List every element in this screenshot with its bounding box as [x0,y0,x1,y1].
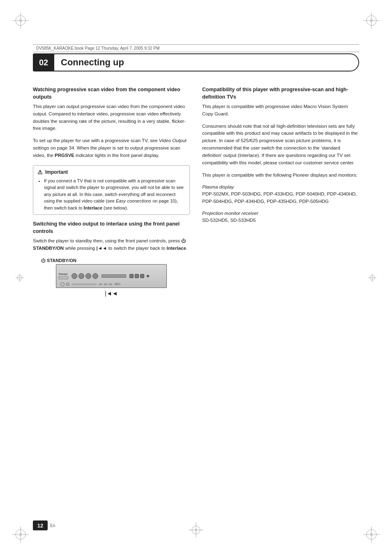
compat-para3: This player is compatible with the follo… [202,172,359,179]
arrow-below: |◄◄ [33,290,190,297]
section2-heading: Switching the video output to interlace … [33,221,190,235]
section1-para2: To set up the player for use with a prog… [33,137,190,159]
chapter-title: Connecting up [61,57,124,68]
device-panel: Pioneer [56,264,167,288]
section1-para1: This player can output progressive scan … [33,103,190,132]
important-title: ⚠ Important [37,169,185,175]
warning-icon: ⚠ [37,169,43,175]
panel-btn-4 [92,273,98,279]
section2-para: Switch the player to standby then, using… [33,237,190,252]
panel-buttons [71,273,98,279]
prev-track-arrow: |◄◄ [105,290,118,297]
disc-slot [101,274,126,278]
side-mark-right [368,274,376,282]
important-label: Important [45,169,68,175]
left-column: Watching progressive scan video from the… [33,86,190,506]
corner-mark-tr [363,12,380,29]
section-compatibility: Compatibility of this player with progre… [202,86,359,179]
chapter-title-box: Connecting up [54,53,359,71]
standby-label-text: ⏻ STANDBY/ON [41,258,76,263]
side-mark-left [16,274,24,282]
page-meta-text: DV585K_KARAOKE.book Page 12 Thursday, Ap… [36,46,159,51]
panel-btn-1 [71,273,77,279]
plasma-section: Plasma display PDP-502MX, PDP-503HDG, PD… [202,184,359,205]
projection-models: SD-532HD5, SD-533HD5 [202,217,359,224]
content-area: Watching progressive scan video from the… [33,86,359,506]
page-lang: En [50,523,55,528]
projection-section: Projection monitor receiver SD-532HD5, S… [202,211,359,224]
plasma-models: PDP-502MX, PDP-503HDG, PDP-433HDG, PDP-5… [202,191,359,205]
section1-heading: Watching progressive scan video from the… [33,86,190,101]
projection-label: Projection monitor receiver [202,211,359,216]
compat-heading: Compatibility of this player with progre… [202,86,359,101]
important-box: ⚠ Important If you connect a TV that is … [33,165,190,215]
corner-mark-br [363,526,380,543]
page-meta: DV585K_KARAOKE.book Page 12 Thursday, Ap… [33,44,359,52]
page-footer: 12 En [33,520,55,530]
panel-btn-3 [85,273,91,279]
section-switching: Switching the video output to interlace … [33,221,190,252]
plasma-label: Plasma display [202,184,359,189]
compat-para1: This player is compatible with progressi… [202,103,359,118]
panel-btn-sq-2 [135,274,139,278]
chapter-header: 02 Connecting up [33,53,359,71]
bottom-center-mark [189,523,203,539]
chapter-number: 02 [33,53,54,71]
panel-indicator [147,275,149,277]
right-column: Compatibility of this player with progre… [202,86,359,506]
panel-btn-2 [78,273,84,279]
standby-label: ⏻ STANDBY/ON [41,258,190,263]
panel-btn-sq-1 [129,274,134,278]
compat-para2: Consumers should note that not all high-… [202,123,359,167]
panel-btn-sq-3 [140,274,144,278]
page-number: 12 [33,520,48,530]
corner-mark-bl [12,526,29,543]
corner-mark-tl [12,12,29,29]
device-diagram: ⏻ STANDBY/ON Pioneer [33,258,190,297]
section-progressive-scan: Watching progressive scan video from the… [33,86,190,159]
important-body: If you connect a TV that is not compatib… [37,177,185,212]
